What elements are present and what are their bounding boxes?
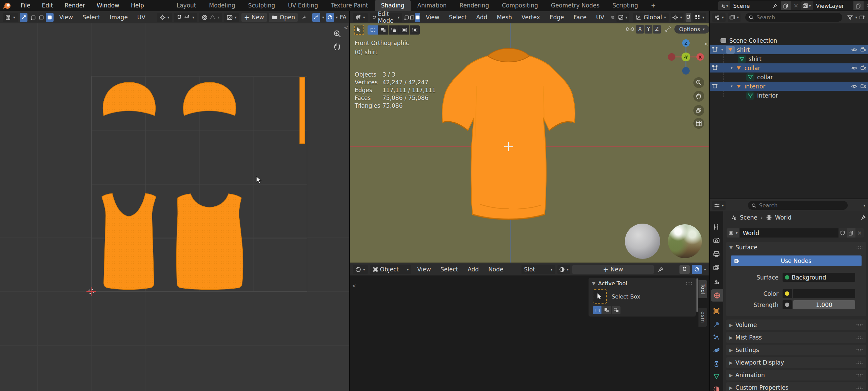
surface-value-field[interactable]: Background [783, 273, 855, 282]
world-name-field[interactable]: World [739, 228, 839, 238]
hide-eye-icon[interactable] [851, 66, 857, 70]
navigation-gizmo[interactable]: Z X -Y [667, 38, 705, 76]
viewport-menu-add[interactable]: Add [472, 14, 491, 21]
viewport-menu-edge[interactable]: Edge [546, 14, 568, 21]
outliner-row-collar-object[interactable]: ▾ collar [710, 63, 868, 73]
select-mode-intersect-button[interactable] [410, 25, 420, 35]
menu-render[interactable]: Render [59, 0, 91, 11]
select-mode-invert-button[interactable] [399, 25, 409, 35]
tab-object-data[interactable] [710, 371, 723, 383]
new-scene-button[interactable] [781, 1, 791, 10]
viewport-menu-vertex[interactable]: Vertex [518, 14, 544, 21]
viewport-menu-face[interactable]: Face [570, 14, 590, 21]
pin-icon[interactable] [861, 215, 866, 220]
collapse-arrow-icon[interactable]: < [704, 41, 708, 47]
uv-select-vertex-button[interactable] [29, 13, 37, 22]
viewport-menu-select[interactable]: Select [445, 14, 470, 21]
uv-menu-view[interactable]: View [56, 14, 77, 21]
uv-select-edge-button[interactable] [38, 13, 45, 22]
gizmo-neg-z-axis[interactable] [682, 67, 690, 75]
shader-menu-add[interactable]: Add [464, 266, 482, 273]
snap-toggle[interactable] [686, 13, 691, 22]
fake-user-shield-button[interactable] [839, 228, 847, 238]
tab-tool[interactable] [710, 221, 723, 233]
divider[interactable] [710, 199, 868, 199]
tab-world[interactable] [711, 289, 723, 302]
editor-type-button[interactable]: ▾ [353, 13, 368, 22]
mirror-z-toggle[interactable]: Z [653, 25, 661, 34]
editor-type-button[interactable]: ▾ [3, 13, 18, 22]
editor-type-button[interactable]: ▾ [353, 265, 368, 274]
color-swatch-field[interactable] [793, 289, 855, 298]
gizmo-neg-x-axis[interactable] [668, 53, 675, 61]
delete-viewlayer-button[interactable]: ✕ [864, 1, 868, 10]
viewport-menu-uv[interactable]: UV [592, 14, 608, 21]
outliner-display-mode-button[interactable]: ▾ [712, 13, 726, 22]
pivot-point-button[interactable]: ▾ [157, 13, 172, 22]
workspace-tab-modeling[interactable]: Modeling [203, 0, 242, 11]
pin-icon[interactable] [302, 15, 306, 20]
zoom-icon[interactable] [333, 29, 342, 38]
properties-search-input[interactable] [759, 202, 796, 209]
new-viewlayer-button[interactable] [853, 1, 864, 10]
world-browse-button[interactable]: ▾ [727, 228, 739, 238]
outliner-row-interior-object[interactable]: ▾ interior [710, 82, 868, 91]
menu-window[interactable]: Window [91, 0, 125, 11]
volume-panel[interactable]: ▶Volume [726, 320, 866, 330]
gizmo-toggle-button[interactable] [312, 13, 320, 22]
chevron-down-icon[interactable]: ▾ [704, 267, 706, 272]
unlink-datablock-button[interactable]: ✕ [855, 228, 864, 238]
proportional-editing-button[interactable]: ▾ [199, 13, 222, 22]
viewport-menu-mesh[interactable]: Mesh [493, 14, 516, 21]
collapse-arrow-icon[interactable]: < [344, 25, 348, 31]
disable-render-camera-icon[interactable] [860, 84, 866, 89]
uv-menu-uv[interactable]: UV [134, 14, 149, 21]
viewlayer-name-field[interactable]: ViewLayer [813, 1, 853, 10]
workspace-tab-shading[interactable]: Shading [375, 0, 411, 11]
overlays-toggle-button[interactable] [692, 265, 702, 274]
shader-type-selector[interactable]: Object ▾ [370, 265, 412, 274]
select-mode-subtract-button[interactable] [389, 25, 399, 35]
outliner-filter-id-button[interactable]: ▾ [728, 13, 741, 22]
select-face-button[interactable] [415, 13, 420, 22]
mirror-y-toggle[interactable]: Y [645, 25, 652, 34]
tab-view-layer[interactable] [710, 262, 723, 274]
tab-modifiers[interactable] [710, 318, 723, 331]
proportional-editing-button[interactable]: ▾ [693, 13, 706, 22]
tab-material[interactable] [710, 383, 723, 391]
menu-help[interactable]: Help [125, 0, 150, 11]
hide-eye-icon[interactable] [851, 47, 857, 52]
viewport-display-panel[interactable]: ▶Viewport Display [726, 357, 866, 368]
outliner-row-collar-mesh[interactable]: collar [710, 73, 868, 82]
transform-orientation-selector[interactable]: Global ▾ [633, 13, 669, 22]
shader-menu-node[interactable]: Node [485, 266, 507, 273]
strength-slider[interactable]: 1.000 [793, 300, 855, 309]
viewlayer-browse-button[interactable]: ▾ [801, 1, 813, 10]
outliner-row-shirt-mesh[interactable]: shirt [710, 54, 868, 63]
tab-render[interactable] [710, 234, 723, 247]
viewport-grid-button[interactable] [693, 118, 704, 129]
uv-menu-image[interactable]: Image [106, 14, 132, 21]
tool-mode-subtract-button[interactable] [612, 306, 620, 314]
breadcrumb-scene[interactable]: Scene [740, 214, 757, 221]
falloff-button[interactable]: ▾ [616, 13, 629, 22]
pin-icon[interactable] [772, 3, 777, 8]
uv-menu-select[interactable]: Select [79, 14, 104, 21]
filter-funnel-icon[interactable] [847, 14, 853, 20]
workspace-tab-layout[interactable]: Layout [170, 0, 203, 11]
custom-properties-panel[interactable]: ▶Custom Properties [726, 382, 866, 391]
viewport-zoom-button[interactable] [693, 77, 704, 88]
material-new-button[interactable]: +New [572, 265, 654, 274]
tab-scene[interactable] [710, 276, 723, 288]
select-mode-new-button[interactable] [368, 25, 378, 35]
viewport-menu-view[interactable]: View [422, 14, 443, 21]
tool-mode-new-button[interactable] [593, 306, 601, 314]
outliner-row-shirt-object[interactable]: ▾ shirt [710, 45, 868, 54]
mirror-x-toggle[interactable]: X [636, 25, 644, 34]
chevron-down-icon[interactable]: ▾ [336, 15, 338, 20]
outliner-search-input[interactable] [756, 14, 794, 21]
pin-icon[interactable] [658, 267, 664, 272]
chevron-down-icon[interactable]: ▾ [322, 15, 324, 20]
active-tool-button[interactable] [354, 25, 364, 35]
new-collection-icon[interactable] [859, 14, 865, 20]
